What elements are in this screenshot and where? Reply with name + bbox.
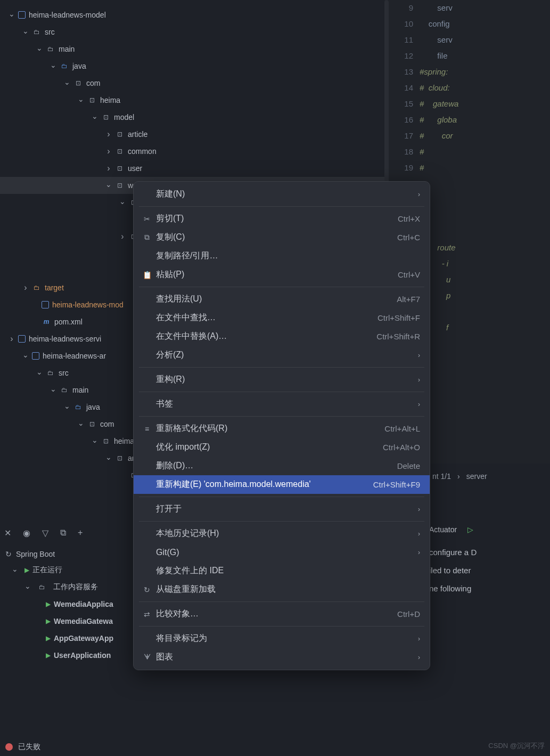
menu-repair-ide[interactable]: 修复文件上的 IDE — [134, 562, 430, 580]
copy-icon: ⧉ — [141, 233, 153, 242]
play-icon: ▶ — [46, 652, 51, 659]
menu-open-in[interactable]: 打开于› — [134, 500, 430, 518]
tree-module[interactable]: heima-leadnews-model — [0, 6, 389, 23]
iml-icon — [42, 301, 49, 308]
package-icon: ⊡ — [115, 181, 125, 190]
compare-icon: ⇄ — [141, 610, 153, 619]
menu-bookmarks[interactable]: 书签› — [134, 395, 430, 413]
package-icon: ⊡ — [101, 436, 111, 446]
folder-icon: 🗀 — [32, 27, 42, 37]
menu-paste[interactable]: 📋粘贴(P)Ctrl+V — [134, 265, 430, 284]
diagram-icon: ᗖ — [141, 653, 153, 662]
filter-icon[interactable]: ▽ — [42, 528, 48, 538]
error-dot-icon — [5, 743, 13, 751]
tree-package[interactable]: ⊡heima — [0, 92, 389, 109]
tree-package[interactable]: ⊡common — [0, 143, 389, 160]
menu-rebuild[interactable]: 重新构建(E) 'com.heima.model.wemedia'Ctrl+Sh… — [134, 475, 430, 494]
play-icon: ▶ — [24, 566, 29, 574]
package-icon: ⊡ — [115, 453, 125, 463]
status-bar: 已失败 — [5, 742, 40, 752]
run-icon[interactable]: ▷ — [467, 525, 473, 534]
play-icon: ▶ — [46, 635, 51, 642]
close-icon[interactable]: ✕ — [4, 528, 11, 538]
reload-icon: ↻ — [141, 586, 153, 594]
context-menu: 新建(N)› ✂剪切(T)Ctrl+X ⧉复制(C)Ctrl+C 复制路径/引用… — [133, 181, 430, 670]
tree-package[interactable]: ⊡model — [0, 109, 389, 126]
toolwindow-toolbar: ✕ ◉ ▽ ⧉ + — [0, 522, 83, 543]
module-icon — [32, 352, 39, 360]
tree-java[interactable]: 🗀java — [0, 58, 389, 75]
package-icon: ⊡ — [73, 78, 83, 88]
package-icon: ⊡ — [115, 129, 125, 139]
module-icon — [18, 11, 26, 19]
package-icon: ⊡ — [87, 95, 97, 105]
watermark: CSDN @沉河不浮 — [488, 741, 545, 751]
menu-mark-dir[interactable]: 将目录标记为› — [134, 629, 430, 648]
cut-icon: ✂ — [141, 215, 153, 223]
source-folder-icon: 🗀 — [60, 61, 69, 71]
menu-find-usages[interactable]: 查找用法(U)Alt+F7 — [134, 290, 430, 308]
maven-icon: m — [42, 317, 51, 327]
menu-diagrams[interactable]: ᗖ图表› — [134, 648, 430, 666]
folder-icon: 🗀 — [46, 44, 55, 54]
module-icon — [18, 335, 26, 343]
paste-icon: 📋 — [141, 271, 153, 279]
source-folder-icon: 🗀 — [73, 402, 83, 412]
tree-package[interactable]: ⊡user — [0, 160, 389, 177]
reformat-icon: ≡ — [141, 425, 153, 433]
menu-analyze[interactable]: 分析(Z)› — [134, 346, 430, 364]
tree-package[interactable]: ⊡com — [0, 75, 389, 92]
package-icon: ⊡ — [87, 419, 97, 429]
menu-copy-path[interactable]: 复制路径/引用… — [134, 247, 430, 265]
folder-icon: 🗀 — [46, 368, 55, 378]
menu-git[interactable]: Git(G)› — [134, 543, 430, 562]
scrollbar[interactable] — [384, 0, 389, 181]
eye-icon[interactable]: ◉ — [23, 528, 30, 538]
actuator-label[interactable]: Actuator — [429, 525, 457, 534]
tree-src[interactable]: 🗀src — [0, 23, 389, 40]
reload-icon[interactable]: ↻ — [5, 550, 12, 558]
package-icon: ⊡ — [115, 164, 125, 173]
package-icon: ⊡ — [115, 147, 125, 156]
menu-find-in-files[interactable]: 在文件中查找…Ctrl+Shift+F — [134, 308, 430, 327]
menu-reload-disk[interactable]: ↻从磁盘重新加载 — [134, 580, 430, 599]
menu-compare[interactable]: ⇄比较对象…Ctrl+D — [134, 605, 430, 623]
code-area[interactable]: serv config serv file#spring:# cloud:# g… — [420, 0, 550, 352]
menu-delete[interactable]: 删除(D)…Delete — [134, 457, 430, 475]
menu-cut[interactable]: ✂剪切(T)Ctrl+X — [134, 209, 430, 228]
menu-local-history[interactable]: 本地历史记录(H)› — [134, 524, 430, 543]
play-icon: ▶ — [46, 617, 51, 625]
package-icon: ⊡ — [101, 112, 111, 122]
play-icon: ▶ — [46, 600, 51, 608]
status-text: 已失败 — [18, 742, 40, 752]
folder-icon: 🗀 — [60, 385, 69, 395]
menu-optimize[interactable]: 优化 import(Z)Ctrl+Alt+O — [134, 438, 430, 457]
add-tab-icon[interactable]: ⧉ — [60, 528, 66, 538]
folder-icon: 🗀 — [37, 582, 47, 592]
breadcrumb[interactable]: nt 1/1›server — [429, 472, 490, 481]
menu-refactor[interactable]: 重构(R)› — [134, 370, 430, 389]
spring-boot-label: Spring Boot — [16, 550, 55, 558]
excluded-folder-icon: 🗀 — [32, 283, 42, 292]
tree-package[interactable]: ⊡article — [0, 126, 389, 143]
console-output[interactable]: configure a Diled to deterne following — [429, 543, 477, 598]
menu-reformat[interactable]: ≡重新格式化代码(R)Ctrl+Alt+L — [134, 419, 430, 438]
menu-new[interactable]: 新建(N)› — [134, 185, 430, 204]
tree-main[interactable]: 🗀main — [0, 40, 389, 58]
plus-icon[interactable]: + — [78, 528, 83, 538]
menu-copy[interactable]: ⧉复制(C)Ctrl+C — [134, 228, 430, 247]
menu-replace-in-files[interactable]: 在文件中替换(A)…Ctrl+Shift+R — [134, 327, 430, 346]
actuator-bar: Actuator ▷ — [429, 525, 473, 534]
